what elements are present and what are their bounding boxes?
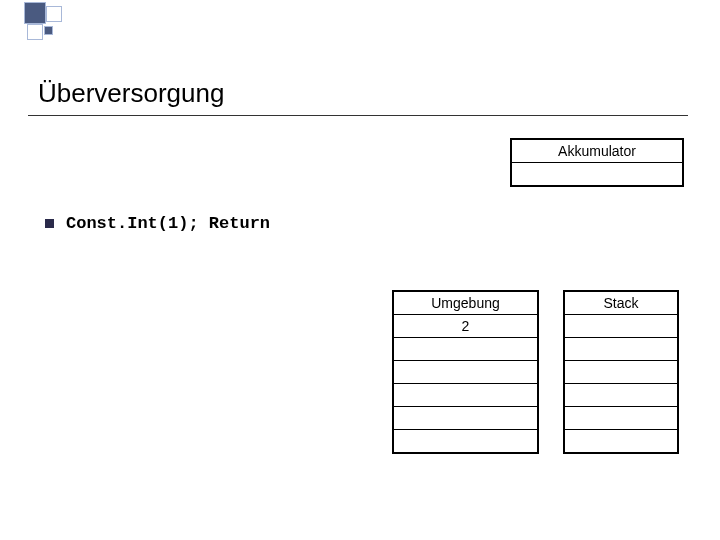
bullet-icon — [45, 219, 54, 228]
env-row — [394, 338, 537, 361]
code-text: Const.Int(1); Return — [66, 214, 270, 233]
env-row — [394, 407, 537, 430]
environment-header: Umgebung — [394, 292, 537, 315]
accumulator-value — [512, 163, 682, 185]
slide-decoration — [0, 0, 720, 50]
stack-header: Stack — [565, 292, 677, 315]
stack-row — [565, 315, 677, 338]
accumulator-label: Akkumulator — [512, 140, 682, 163]
stack-row — [565, 338, 677, 361]
slide-title: Überversorgung — [38, 78, 224, 109]
title-underline — [28, 115, 688, 116]
env-row — [394, 430, 537, 452]
bullet-line: Const.Int(1); Return — [45, 214, 270, 233]
env-row: 2 — [394, 315, 537, 338]
stack-row — [565, 361, 677, 384]
tables-area: Umgebung 2 Stack — [392, 290, 679, 454]
stack-table: Stack — [563, 290, 679, 454]
env-row — [394, 361, 537, 384]
accumulator-box: Akkumulator — [510, 138, 684, 187]
stack-row — [565, 430, 677, 452]
env-row — [394, 384, 537, 407]
stack-row — [565, 407, 677, 430]
stack-row — [565, 384, 677, 407]
environment-table: Umgebung 2 — [392, 290, 539, 454]
